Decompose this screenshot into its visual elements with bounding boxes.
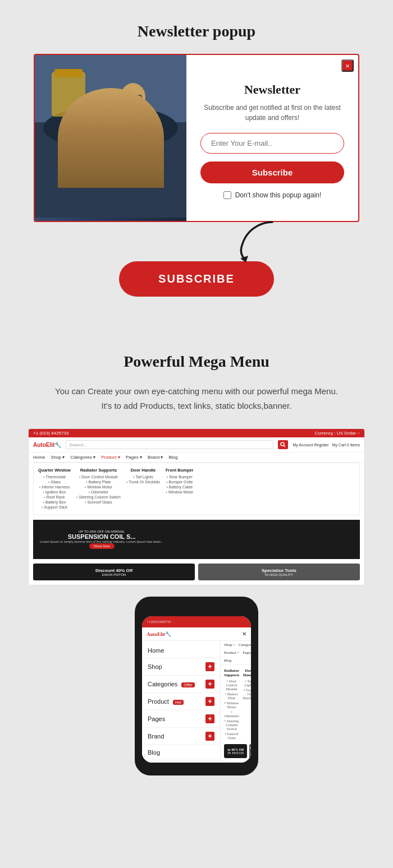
nav-home[interactable]: Home bbox=[33, 455, 45, 460]
search-icon bbox=[280, 442, 286, 447]
nav-pages[interactable]: Pages ▾ bbox=[126, 455, 142, 460]
promo-tools-sublabel: IN HIGH QUALITY bbox=[262, 573, 296, 576]
browser-topbar: +1 (023) 8425733 Currency : US Dollar ~ bbox=[29, 429, 364, 437]
mobile-notch bbox=[180, 606, 213, 612]
nav-brand[interactable]: Brand ▾ bbox=[148, 455, 163, 460]
svg-rect-8 bbox=[135, 95, 141, 100]
nav-shop[interactable]: Shop ▾ bbox=[51, 455, 65, 460]
mobile-item-categories[interactable]: Categories Offer + bbox=[142, 676, 220, 693]
megamenu-section-title: Powerful Mega Menu bbox=[28, 353, 365, 371]
svg-line-16 bbox=[284, 446, 286, 447]
svg-point-3 bbox=[121, 83, 145, 111]
svg-rect-7 bbox=[126, 95, 133, 100]
browser-logo: AutoElit🔧 bbox=[33, 442, 61, 448]
mobile-topbar: +1 (023) 8425733 bbox=[142, 616, 251, 627]
mobile-topbar-text: +1 (023) 8425733 bbox=[147, 620, 171, 624]
svg-point-15 bbox=[281, 442, 284, 446]
mobile-item-product[interactable]: Product Hot + bbox=[142, 693, 220, 710]
dont-show-label[interactable]: Don't show this popup again! bbox=[223, 191, 322, 199]
svg-rect-4 bbox=[118, 110, 148, 155]
mechanic-image-bg bbox=[35, 55, 186, 221]
topbar-phone: +1 (023) 8425733 bbox=[33, 431, 68, 436]
subscribe-button-popup[interactable]: Subscribe bbox=[200, 161, 344, 183]
arrow-container bbox=[34, 216, 359, 267]
browser-hero-text: UP TO 20% OFF ON ARRIVAL SUSPENSION COIL… bbox=[40, 530, 163, 549]
mobile-item-pages[interactable]: Pages + bbox=[142, 710, 220, 728]
product-expand-icon[interactable]: + bbox=[205, 697, 214, 706]
hero-title: SUSPENSION COIL S... bbox=[40, 533, 163, 540]
categories-expand-icon[interactable]: + bbox=[205, 680, 214, 689]
svg-rect-13 bbox=[54, 69, 83, 77]
dont-show-checkbox[interactable] bbox=[223, 191, 231, 199]
mobile-mega-content: Radiator Supports Door Control Module Ba… bbox=[221, 665, 251, 744]
mobile-mega-col-door: Door Handle Tail Lights Trunk Or Decklid… bbox=[243, 668, 251, 741]
svg-line-6 bbox=[148, 119, 153, 139]
svg-line-5 bbox=[91, 119, 118, 133]
browser-promo-banners: Discount 40% Off ENGIN PISTON Specialise… bbox=[33, 564, 360, 580]
mega-col-radiator: Radiator Supports Door Control Module Ba… bbox=[76, 468, 121, 510]
mobile-logo: AutoElit🔧 bbox=[147, 631, 171, 637]
mobile-split-view: Home Shop + Categories Offer + bbox=[142, 641, 251, 763]
mobile-mockup-wrap: +1 (023) 8425733 AutoElit🔧 ✕ Home bbox=[28, 597, 365, 775]
newsletter-section: Newsletter popup × bbox=[0, 0, 393, 341]
nav-blog[interactable]: Blog bbox=[168, 455, 177, 460]
popup-description: Subscribe and get notified at first on t… bbox=[200, 103, 344, 123]
newsletter-section-title: Newsletter popup bbox=[34, 22, 359, 40]
mobile-content-area: Home Shop + Categories Offer + bbox=[142, 641, 251, 763]
email-input[interactable] bbox=[200, 133, 344, 154]
nav-categories[interactable]: Categories ▾ bbox=[70, 455, 95, 460]
mobile-item-home[interactable]: Home bbox=[142, 643, 220, 658]
promo-tools-label: Specialise Tools bbox=[262, 568, 296, 573]
mobile-mega-nav: Shop ~ Categories ~ Product ~ Pages ~ Br… bbox=[221, 641, 251, 665]
megamenu-section: Powerful Mega Menu You can Create your o… bbox=[0, 341, 393, 804]
mobile-nav-header: AutoElit🔧 ✕ bbox=[142, 627, 251, 641]
mobile-menu-list: Home Shop + Categories Offer + bbox=[142, 641, 221, 763]
browser-navbar: Home Shop ▾ Categories ▾ Product ▾ Pages… bbox=[29, 453, 364, 463]
promo-discount-sublabel: ENGIN PISTON bbox=[95, 573, 132, 576]
browser-search-bar[interactable]: Search... bbox=[66, 440, 273, 449]
svg-marker-14 bbox=[240, 256, 248, 262]
topbar-currency: Currency : US Dollar ~ bbox=[315, 431, 360, 436]
hero-btn[interactable]: Show Now bbox=[89, 543, 115, 549]
popup-mechanic-image bbox=[35, 55, 186, 221]
mobile-screen: +1 (023) 8425733 AutoElit🔧 ✕ Home bbox=[142, 616, 251, 763]
mobile-mega-right: Shop ~ Categories ~ Product ~ Pages ~ Br… bbox=[221, 641, 251, 763]
mobile-mega-col-radiator: Radiator Supports Door Control Module Ba… bbox=[224, 668, 239, 741]
svg-rect-11 bbox=[84, 131, 92, 142]
popup-content-area: Newsletter Subscribe and get notified at… bbox=[186, 55, 358, 221]
promo-discount-label: Discount 40% Off bbox=[95, 568, 132, 573]
mobile-close-btn[interactable]: ✕ bbox=[242, 631, 246, 637]
newsletter-popup-card: × bbox=[34, 54, 359, 222]
nav-product[interactable]: Product ▾ bbox=[101, 455, 120, 460]
popup-heading: Newsletter bbox=[244, 82, 300, 97]
popup-close-button[interactable]: × bbox=[341, 59, 354, 72]
promo-banner-discount: Discount 40% Off ENGIN PISTON bbox=[33, 564, 195, 580]
desktop-browser-mockup: +1 (023) 8425733 Currency : US Dollar ~ … bbox=[28, 428, 365, 585]
browser-hero: UP TO 20% OFF ON ARRIVAL SUSPENSION COIL… bbox=[33, 520, 360, 559]
shop-expand-icon[interactable]: + bbox=[205, 662, 214, 671]
browser-account-cart: My Account Register My Cart 0 Items bbox=[293, 443, 360, 447]
mobile-item-blog[interactable]: Blog bbox=[142, 745, 220, 760]
megamenu-description: You can Create your own eye-catching men… bbox=[28, 384, 365, 413]
arrow-icon bbox=[236, 216, 281, 264]
mobile-promo-banners: nt 40% Off IN PISTON Specialise Tools IN… bbox=[221, 744, 251, 761]
browser-search-button[interactable] bbox=[278, 440, 288, 449]
browser-header: AutoElit🔧 Search... My Account Register … bbox=[29, 437, 364, 453]
brand-expand-icon[interactable]: + bbox=[205, 732, 214, 741]
mobile-item-shop[interactable]: Shop + bbox=[142, 658, 220, 676]
mobile-promo-discount: nt 40% Off IN PISTON bbox=[224, 744, 247, 758]
mega-col-front-bumper: Front Bumper Rear Bumper Bumper Grille B… bbox=[166, 468, 194, 510]
browser-mega-dropdown: Quarter Window Thermostat Glass Interior… bbox=[33, 463, 360, 515]
promo-banner-tools: Specialise Tools IN HIGH QUALITY bbox=[198, 564, 360, 580]
pages-expand-icon[interactable]: + bbox=[205, 714, 214, 723]
mobile-item-brand[interactable]: Brand + bbox=[142, 728, 220, 745]
mega-col-quarter-window: Quarter Window Thermostat Glass Interior… bbox=[38, 468, 71, 510]
svg-point-10 bbox=[126, 103, 140, 110]
svg-rect-12 bbox=[52, 72, 85, 117]
mechanic-svg bbox=[35, 55, 186, 218]
mega-col-door-handle: Door Handle Tail Lights Trunk Or Decklid… bbox=[126, 468, 160, 510]
mobile-promo-tools: Specialise Tools IN HIGH QUALITY bbox=[249, 744, 251, 758]
mobile-mockup: +1 (023) 8425733 AutoElit🔧 ✕ Home bbox=[135, 597, 258, 775]
